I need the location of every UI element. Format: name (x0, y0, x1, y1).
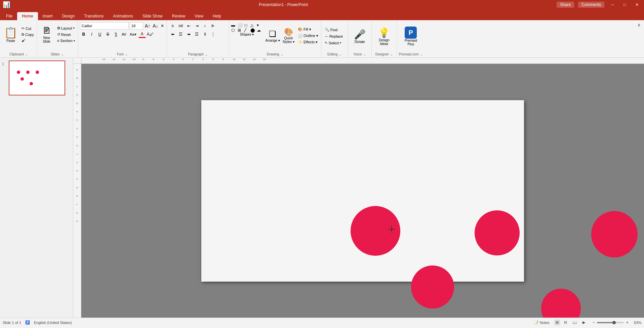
paste-button[interactable]: 📋 Paste (2, 21, 19, 48)
char-spacing-button[interactable]: AV (120, 31, 128, 38)
cut-button[interactable]: ✂ Cut (20, 26, 35, 31)
font-name-input[interactable] (80, 22, 129, 30)
slideshow-button[interactable]: ▶ (581, 320, 587, 325)
normal-view-button[interactable]: ⊞ (554, 320, 560, 325)
dictate-button[interactable]: 🎤 Dictate (352, 23, 368, 50)
paste-icon: 📋 (4, 26, 17, 39)
align-center-button[interactable]: ☰ (177, 31, 185, 38)
slides-panel: 1 (0, 58, 73, 318)
tab-review[interactable]: Review (167, 12, 190, 20)
tab-file[interactable]: File (1, 12, 17, 20)
accessibility-button[interactable]: ♿ (25, 320, 30, 325)
tab-help[interactable]: Help (208, 12, 226, 20)
reset-button[interactable]: ↺ Reset (56, 32, 76, 37)
design-ideas-button[interactable]: 💡 DesignIdeas (376, 23, 392, 50)
main-canvas-area: // Rendered as static SVG ticks -16 -14 … (73, 58, 644, 318)
font-color-button[interactable]: A (138, 31, 146, 38)
thumb-dot-5 (30, 82, 33, 85)
ribbon-tabs: File Home Insert Design Transitions Anim… (0, 9, 644, 20)
zoom-slider[interactable] (597, 322, 624, 323)
numbered-list-button[interactable]: ≡# (177, 22, 185, 30)
align-left-button[interactable]: ⬅ (169, 31, 176, 38)
slide-sorter-button[interactable]: ⊟ (563, 320, 568, 325)
align-right-button[interactable]: ➡ (185, 31, 193, 38)
replace-button[interactable]: ↔ Replace (323, 34, 346, 39)
clipboard-group: 📋 Paste ✂ Cut ⧉ Copy 🖌 Clipboard ⌄ (1, 20, 37, 57)
thumb-dot-1 (17, 71, 20, 74)
drawing-group: ▬ ⬜ ⬭ △ ▾ ⬡ ⊞ ╱ ⬤ ☁ Shapes ▾ ❏ Arrange ▾ (229, 20, 321, 57)
change-case-button[interactable]: Aa▾ (128, 31, 138, 38)
designer-group: 💡 DesignIdeas Designer ⌄ (372, 20, 397, 57)
text-direction-button[interactable]: ⇕ (201, 31, 209, 38)
tab-transitions[interactable]: Transitions (79, 12, 108, 20)
format-painter-button[interactable]: 🖌 (20, 38, 35, 43)
comments-button[interactable]: Comments (578, 2, 604, 8)
circle-3[interactable] (591, 211, 638, 257)
bullet-list-button[interactable]: ≡ (169, 22, 176, 30)
new-slide-button[interactable]: 🖹 NewSlide (38, 21, 55, 48)
shape-fill-button[interactable]: 🎨 Fill ▾ (296, 27, 320, 32)
circle-4[interactable] (411, 265, 454, 309)
text-shadow-button[interactable]: S̲ (112, 31, 120, 38)
decrease-indent-button[interactable]: ⇤ (185, 22, 193, 30)
zoom-in-button[interactable]: + (625, 320, 629, 325)
notes-button[interactable]: 📝 Notes (532, 320, 552, 325)
circle-2[interactable] (475, 210, 520, 255)
zoom-thumb[interactable] (612, 321, 616, 324)
bold-button[interactable]: B (80, 31, 87, 38)
maximize-button[interactable]: □ (621, 2, 629, 8)
zoom-out-button[interactable]: − (592, 320, 596, 325)
smart-art-button[interactable]: ⋮ (209, 31, 217, 38)
highlight-color-button[interactable]: A🖊 (147, 31, 154, 38)
shape-outline-button[interactable]: ⬜ Outline ▾ (296, 33, 320, 39)
status-bar: Slide 1 of 1 ♿ English (United States) 📝… (0, 318, 644, 327)
quick-styles-button[interactable]: 🎨 QuickStyles ▾ (282, 22, 295, 49)
circle-5[interactable] (541, 289, 581, 318)
zoom-percent[interactable]: 63% (631, 321, 641, 325)
close-button[interactable]: ✕ (633, 2, 641, 8)
slide-1-number: 1 (2, 62, 7, 66)
tab-design[interactable]: Design (57, 12, 79, 20)
premast-plus-button[interactable]: P PremastPlus (403, 23, 419, 50)
tab-slideshow[interactable]: Slide Show (138, 12, 167, 20)
thumb-dot-3 (36, 71, 39, 74)
shapes-button[interactable]: ▬ ⬜ ⬭ △ ▾ ⬡ ⊞ ╱ ⬤ ☁ Shapes ▾ (231, 22, 264, 37)
increase-font-button[interactable]: A↑ (144, 23, 151, 29)
tab-home[interactable]: Home (17, 12, 38, 20)
circle-1[interactable] (351, 206, 400, 256)
editing-group: 🔍 Find ↔ Replace ↖ Select ▾ Editing ⌄ (321, 20, 348, 57)
arrange-button[interactable]: ❏ Arrange ▾ (265, 22, 281, 49)
strikethrough-button[interactable]: S (104, 31, 112, 38)
clear-format-button[interactable]: ✕ (160, 24, 165, 28)
copy-button[interactable]: ⧉ Copy (20, 32, 35, 37)
tab-insert[interactable]: Insert (38, 12, 57, 20)
decrease-font-button[interactable]: A↓ (152, 23, 159, 29)
app-icon: 📊 (3, 1, 10, 8)
tab-animations[interactable]: Animations (108, 12, 137, 20)
slide-canvas (201, 100, 524, 282)
shape-effects-button[interactable]: ✨ Effects ▾ (296, 39, 320, 45)
reading-view-button[interactable]: 📖 (571, 320, 578, 325)
premast-group: P PremastPlus Premast.com ⌄ (397, 20, 425, 57)
section-button[interactable]: ≡ Section ▾ (56, 38, 76, 43)
canvas-scroll-area[interactable] (81, 64, 644, 318)
ribbon-toolbar: 📋 Paste ✂ Cut ⧉ Copy 🖌 Clipboard ⌄ (0, 20, 644, 58)
tab-view[interactable]: View (190, 12, 208, 20)
select-button[interactable]: ↖ Select ▾ (323, 40, 346, 46)
underline-button[interactable]: U (96, 31, 104, 38)
italic-button[interactable]: I (88, 31, 95, 38)
share-button[interactable]: Share (557, 2, 574, 8)
thumb-dot-2 (26, 71, 30, 74)
ribbon-collapse-button[interactable]: ∧ (636, 22, 642, 28)
find-button[interactable]: 🔍 Find (323, 27, 346, 33)
layout-button[interactable]: ⊞ Layout ▾ (56, 25, 76, 31)
font-size-input[interactable] (130, 22, 143, 30)
slide-1-thumbnail[interactable] (9, 60, 65, 95)
thumb-dot-4 (21, 77, 24, 81)
columns-button[interactable]: ⫸ (209, 22, 217, 30)
line-spacing-button[interactable]: ↕ (201, 22, 209, 30)
increase-indent-button[interactable]: ⇥ (193, 22, 201, 30)
language-display[interactable]: English (United States) (34, 321, 72, 325)
justify-button[interactable]: ☰ (193, 31, 201, 38)
minimize-button[interactable]: ─ (608, 2, 617, 8)
